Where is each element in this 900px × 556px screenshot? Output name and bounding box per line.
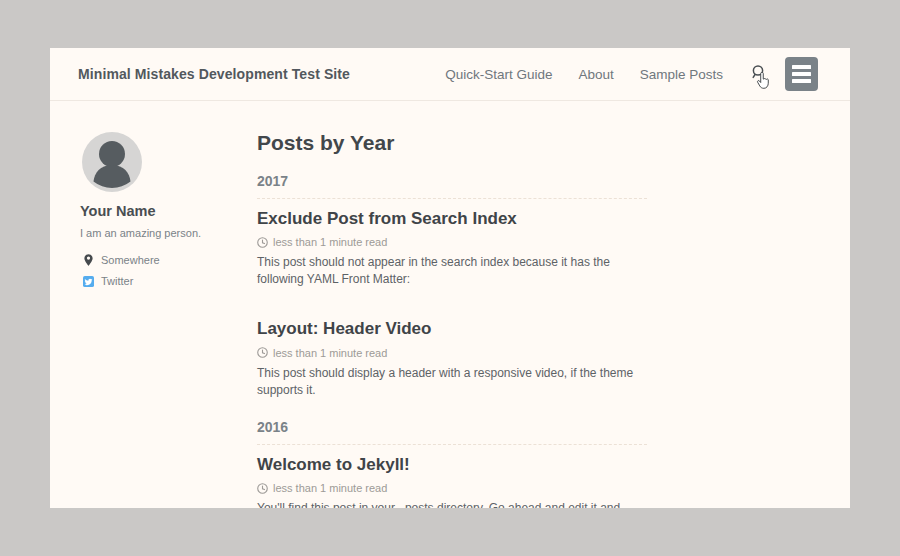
post-meta: less than 1 minute read (257, 236, 647, 248)
post-title-link-layout-header-video[interactable]: Layout: Header Video (257, 319, 431, 338)
content-row: Your Name I am an amazing person. Somewh… (50, 101, 850, 508)
author-sidebar: Your Name I am an amazing person. Somewh… (80, 132, 257, 508)
avatar (82, 132, 142, 192)
search-icon[interactable] (751, 64, 767, 83)
post-meta: less than 1 minute read (257, 482, 647, 494)
post-read-time: less than 1 minute read (273, 236, 387, 248)
clock-icon (257, 483, 268, 494)
author-links: Somewhere Twitter (80, 254, 257, 287)
twitter-icon (83, 276, 94, 287)
author-twitter-link[interactable]: Twitter (83, 275, 257, 287)
masthead: Minimal Mistakes Development Test Site Q… (50, 48, 850, 101)
post-item: Layout: Header Video less than 1 minute … (257, 319, 647, 398)
magnifier-icon (751, 64, 767, 80)
site-title-link[interactable]: Minimal Mistakes Development Test Site (78, 66, 350, 82)
post-title: Exclude Post from Search Index (257, 209, 647, 229)
author-name: Your Name (80, 203, 257, 219)
page-title: Posts by Year (257, 132, 647, 154)
clock-icon (257, 347, 268, 358)
author-location-link[interactable]: Somewhere (83, 254, 257, 266)
year-heading-2017: 2017 (257, 173, 647, 199)
hamburger-menu-icon[interactable] (785, 57, 818, 91)
post-item: Welcome to Jekyll! less than 1 minute re… (257, 455, 647, 508)
person-silhouette-icon (82, 132, 142, 192)
post-excerpt: This post should not appear in the searc… (257, 254, 635, 288)
year-section: 2016 Welcome to Jekyll! less than 1 minu… (257, 419, 647, 508)
year-section: 2017 Exclude Post from Search Index less… (257, 173, 647, 399)
site-card: Minimal Mistakes Development Test Site Q… (50, 48, 850, 508)
search-area (751, 64, 769, 84)
author-twitter-label: Twitter (101, 275, 133, 287)
post-read-time: less than 1 minute read (273, 482, 387, 494)
post-read-time: less than 1 minute read (273, 347, 387, 359)
year-heading-2016: 2016 (257, 419, 647, 445)
post-meta: less than 1 minute read (257, 347, 647, 359)
author-bio: I am an amazing person. (80, 227, 257, 239)
post-excerpt: This post should display a header with a… (257, 365, 635, 399)
post-title: Layout: Header Video (257, 319, 647, 339)
post-title: Welcome to Jekyll! (257, 455, 647, 475)
post-title-link-welcome-to-jekyll[interactable]: Welcome to Jekyll! (257, 455, 410, 474)
nav-link-about[interactable]: About (578, 67, 613, 82)
location-pin-icon (83, 254, 94, 266)
post-excerpt: You'll find this post in your _posts dir… (257, 500, 635, 508)
nav-link-sample-posts[interactable]: Sample Posts (640, 67, 723, 82)
clock-icon (257, 237, 268, 248)
archive-main: Posts by Year 2017 Exclude Post from Sea… (257, 132, 647, 508)
author-location-label: Somewhere (101, 254, 160, 266)
nav-link-quick-start-guide[interactable]: Quick-Start Guide (445, 67, 552, 82)
post-title-link-exclude-post[interactable]: Exclude Post from Search Index (257, 209, 517, 228)
post-item: Exclude Post from Search Index less than… (257, 209, 647, 288)
masthead-nav: Quick-Start Guide About Sample Posts (445, 67, 723, 82)
